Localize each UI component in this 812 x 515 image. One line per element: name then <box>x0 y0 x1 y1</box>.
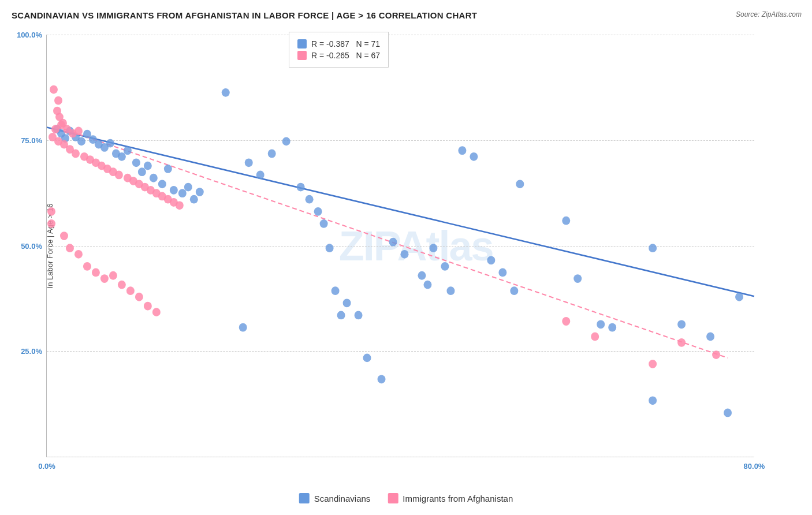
pink-dot <box>176 201 184 210</box>
blue-dot <box>706 333 714 341</box>
legend: R = -0.387 N = 71 R = -0.265 N = 67 <box>289 32 389 68</box>
blue-dot <box>282 137 290 145</box>
pink-dot <box>152 308 161 316</box>
blue-dot <box>144 162 152 170</box>
blue-dot <box>378 375 386 383</box>
blue-dot <box>446 286 455 295</box>
blue-dot <box>355 311 363 320</box>
blue-dot <box>170 186 178 195</box>
pink-dot <box>118 281 126 289</box>
bottom-legend: Scandinavians Immigrants from Afghanista… <box>299 493 513 503</box>
blue-dot <box>326 244 334 252</box>
blue-dot <box>320 219 328 228</box>
blue-dot <box>256 171 265 180</box>
bottom-legend-label-scandinavians: Scandinavians <box>314 494 371 503</box>
pink-dot <box>115 171 123 180</box>
blue-dot <box>401 250 409 259</box>
blue-dot <box>608 323 616 332</box>
blue-dot <box>106 139 114 148</box>
pink-dot <box>677 338 686 347</box>
legend-box-pink <box>297 51 307 60</box>
legend-item-pink: R = -0.265 N = 67 <box>297 51 380 60</box>
chart-svg <box>47 35 754 457</box>
blue-dot <box>649 244 657 252</box>
blue-dot <box>363 353 371 362</box>
gridline-0 <box>47 457 754 457</box>
blue-dot <box>239 323 247 332</box>
blue-dot <box>516 180 524 188</box>
blue-dot <box>441 262 449 271</box>
blue-dot <box>190 195 198 204</box>
legend-text-pink-r: R = -0.265 N = 67 <box>311 51 380 60</box>
blue-dot <box>306 195 314 204</box>
pink-dot <box>47 219 55 228</box>
blue-dot <box>677 320 686 329</box>
x-label-0: 0.0% <box>38 462 55 471</box>
blue-dot <box>724 409 732 417</box>
blue-dot <box>498 268 506 277</box>
pink-dot <box>591 333 599 341</box>
blue-dot <box>487 256 495 264</box>
blue-dot <box>77 137 85 145</box>
blue-dot <box>423 281 431 289</box>
pink-dot <box>60 232 68 240</box>
legend-box-blue <box>297 39 307 48</box>
pink-dot <box>126 286 135 295</box>
blue-dot <box>184 183 192 192</box>
blue-dot <box>649 396 657 405</box>
bottom-legend-box-blue <box>299 493 310 503</box>
chart-container: SCANDINAVIAN VS IMMIGRANTS FROM AFGHANIS… <box>0 0 812 515</box>
pink-dot <box>712 350 720 359</box>
blue-dot <box>418 271 426 280</box>
blue-dot <box>196 188 204 196</box>
pink-dot <box>92 268 100 277</box>
pink-dot <box>100 274 109 283</box>
bottom-legend-scandinavians: Scandinavians <box>299 493 371 503</box>
blue-dot <box>429 244 437 252</box>
pink-dot <box>83 262 91 271</box>
y-label-50: 50.0% <box>21 241 42 250</box>
blue-dot <box>573 274 582 283</box>
blue-dot <box>337 311 345 320</box>
blue-dot <box>138 167 146 176</box>
blue-dot <box>268 150 276 158</box>
blue-dot <box>458 146 466 155</box>
blue-dot <box>245 158 253 167</box>
x-label-80: 80.0% <box>744 462 765 471</box>
bottom-legend-afghanistan: Immigrants from Afghanistan <box>388 493 513 503</box>
blue-dot <box>562 217 570 225</box>
blue-dot <box>314 207 322 216</box>
legend-item-blue: R = -0.387 N = 71 <box>297 39 380 48</box>
pink-dot <box>562 317 570 326</box>
pink-dot <box>66 244 74 252</box>
blue-dot <box>343 298 351 307</box>
chart-area: ZIPAtlas 100.0% 75.0% 50.0% 25.0% 0.0% 8… <box>46 35 754 457</box>
pink-dot <box>75 250 83 259</box>
source-label: Source: ZipAtlas.com <box>736 10 802 18</box>
y-label-100: 100.0% <box>17 31 42 39</box>
y-label-25: 25.0% <box>21 347 42 356</box>
blue-dot <box>597 320 605 329</box>
blue-dot <box>297 183 305 192</box>
blue-dot <box>118 152 126 161</box>
bottom-legend-box-pink <box>388 493 398 503</box>
pink-dot <box>72 150 80 158</box>
pink-dot <box>75 127 83 136</box>
blue-dot <box>150 174 158 182</box>
blue-dot <box>735 293 743 301</box>
blue-dot <box>389 238 397 247</box>
blue-dot <box>158 180 166 188</box>
y-label-75: 75.0% <box>21 136 42 144</box>
chart-title: SCANDINAVIAN VS IMMIGRANTS FROM AFGHANIS… <box>12 10 477 20</box>
blue-dot <box>178 189 187 197</box>
pink-dot <box>50 85 58 94</box>
pink-dot <box>47 207 55 216</box>
blue-dot <box>470 152 478 161</box>
blue-dot <box>222 88 230 97</box>
legend-text-blue-r: R = -0.387 N = 71 <box>311 39 380 48</box>
pink-dot <box>144 302 152 311</box>
blue-dot <box>510 286 518 295</box>
blue-trend-line <box>47 128 754 297</box>
pink-dot <box>109 271 117 280</box>
pink-dot <box>54 96 62 105</box>
